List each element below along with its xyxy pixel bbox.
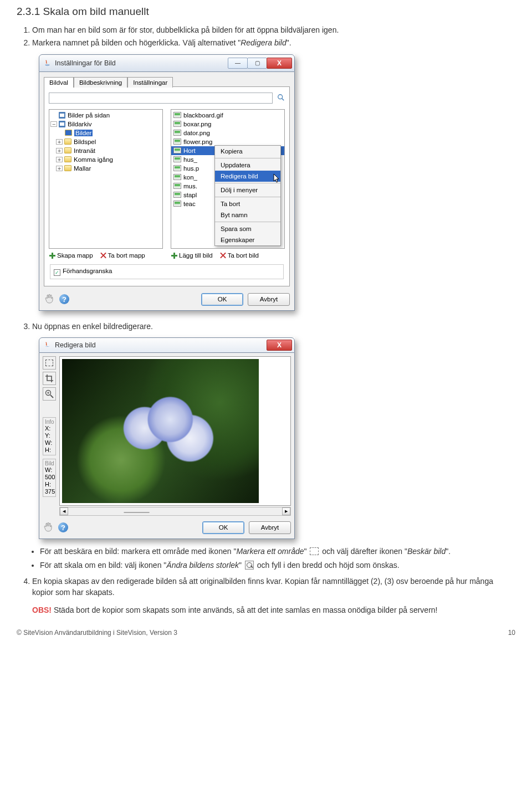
tree-item-intranat[interactable]: +Intranät xyxy=(49,146,162,155)
file-list[interactable]: blackboard.gif boxar.png dator.png flowe… xyxy=(171,109,285,249)
context-item-kopiera[interactable]: Kopiera xyxy=(215,146,280,157)
bild-label: Bild xyxy=(45,460,54,466)
tree-item-bildarkiv[interactable]: −Bildarkiv xyxy=(49,120,162,129)
tree-item-bilder-pa-sidan[interactable]: Bilder på sidan xyxy=(49,111,162,120)
tree-item-mallar[interactable]: +Mallar xyxy=(49,164,162,173)
search-icon[interactable] xyxy=(277,94,285,102)
step-3: Nu öppnas en enkel bildredigerare. xyxy=(32,321,515,332)
bullet-resize: För att skala om en bild: välj ikonen "Ä… xyxy=(40,560,515,571)
tree-item-komma-igang[interactable]: +Komma igång xyxy=(49,155,162,164)
dialog-titlebar[interactable]: Inställningar för Bild — ▢ X xyxy=(39,54,295,72)
folder-tree[interactable]: Bilder på sidan −Bildarkiv Bilder +Bilds… xyxy=(49,109,163,249)
context-item-dolj[interactable]: Dölj i menyer xyxy=(215,184,280,196)
bullet-text: ". xyxy=(446,547,451,556)
scroll-thumb[interactable] xyxy=(124,512,149,513)
select-area-tool[interactable] xyxy=(43,356,56,370)
ok-button[interactable]: OK xyxy=(202,521,244,534)
tree-label: Intranät xyxy=(74,147,95,154)
folder-icon xyxy=(64,165,71,171)
crop-tool[interactable] xyxy=(43,372,56,385)
bullet-em: Markera ett område xyxy=(236,547,304,556)
step-4: En kopia skapas av den redigerade bilden… xyxy=(32,576,515,598)
context-item-ta-bort[interactable]: Ta bort xyxy=(215,198,280,209)
java-icon xyxy=(43,59,52,67)
info-h: H: xyxy=(45,447,54,454)
resize-tool[interactable] xyxy=(43,387,56,401)
bild-h: H: 375 xyxy=(45,481,54,495)
bullet-crop: För att beskära en bild: markera ett omr… xyxy=(40,546,515,557)
minimize-button[interactable]: — xyxy=(228,58,248,69)
file-name: teac xyxy=(183,201,196,207)
help-icon[interactable]: ? xyxy=(59,294,69,304)
horizontal-scrollbar[interactable]: ◀ ▶ xyxy=(59,507,291,516)
folder-icon xyxy=(64,147,71,153)
svg-point-0 xyxy=(278,94,283,99)
footer-left: © SiteVision Användarutbildning i SiteVi… xyxy=(17,629,177,637)
svg-line-1 xyxy=(282,98,284,100)
file-item[interactable]: boxar.png xyxy=(171,120,284,129)
dialog2-titlebar[interactable]: Redigera bild X xyxy=(39,337,295,353)
context-item-spara-som[interactable]: Spara som xyxy=(215,223,280,234)
maximize-button[interactable]: ▢ xyxy=(247,58,267,69)
file-name: boxar.png xyxy=(183,121,212,127)
image-file-icon xyxy=(173,201,181,207)
delete-image-button[interactable]: Ta bort bild xyxy=(219,252,259,259)
image-settings-dialog: Inställningar för Bild — ▢ X Bildval Bil… xyxy=(39,54,295,311)
context-item-egenskaper[interactable]: Egenskaper xyxy=(215,234,280,245)
obs-paragraph: OBS! Städa bort de kopior som skapats so… xyxy=(17,606,515,614)
hand-icon[interactable] xyxy=(43,521,55,534)
ok-button[interactable]: OK xyxy=(201,293,243,306)
close-button[interactable]: X xyxy=(267,58,292,69)
database-icon xyxy=(59,121,65,127)
context-item-uppdatera[interactable]: Uppdatera xyxy=(215,160,280,171)
preview-row: ✓Förhandsgranska xyxy=(50,264,284,279)
context-item-byt-namn[interactable]: Byt namn xyxy=(215,209,280,220)
plus-icon xyxy=(171,252,177,259)
bullet-text: och fyll i den bredd och höjd som önskas… xyxy=(257,561,400,570)
tab-installningar[interactable]: Inställningar xyxy=(127,77,173,88)
bullet-text: och välj därefter ikonen " xyxy=(322,547,407,556)
tree-item-bilder[interactable]: Bilder xyxy=(49,129,162,137)
bild-box: Bild W: 500 H: 375 xyxy=(43,459,56,497)
context-menu: Kopiera Uppdatera Redigera bild Dölj i m… xyxy=(214,145,281,246)
add-image-button[interactable]: Lägg till bild xyxy=(171,252,213,259)
file-name: blackboard.gif xyxy=(183,112,223,119)
image-file-icon xyxy=(173,130,181,136)
create-folder-button[interactable]: Skapa mapp xyxy=(49,252,93,259)
close-button[interactable]: X xyxy=(267,340,292,351)
obs-label: OBS! xyxy=(32,606,52,614)
action-label: Skapa mapp xyxy=(57,252,93,259)
context-item-redigera-bild[interactable]: Redigera bild xyxy=(215,171,280,182)
tree-item-bildspel[interactable]: +Bildspel xyxy=(49,137,162,146)
preview-label: Förhandsgranska xyxy=(63,268,112,274)
folder-icon xyxy=(64,139,71,145)
scroll-left-button[interactable]: ◀ xyxy=(60,507,68,515)
section-heading: 2.3.1 Skala om bild manuellt xyxy=(17,6,515,18)
delete-folder-button[interactable]: Ta bort mapp xyxy=(100,252,145,259)
cancel-button[interactable]: Avbryt xyxy=(249,521,291,534)
tab-bildbeskrivning[interactable]: Bildbeskrivning xyxy=(74,77,127,88)
action-label: Ta bort mapp xyxy=(108,252,145,259)
image-file-icon xyxy=(173,139,181,145)
tab-bildval[interactable]: Bildval xyxy=(44,77,74,88)
search-input[interactable] xyxy=(49,93,273,104)
hand-icon[interactable] xyxy=(44,293,56,305)
folder-icon xyxy=(64,156,71,162)
cancel-button[interactable]: Avbryt xyxy=(248,293,290,306)
scroll-right-button[interactable]: ▶ xyxy=(282,507,290,515)
info-label: Info xyxy=(45,419,54,425)
file-name: dator.png xyxy=(183,130,210,136)
action-label: Ta bort bild xyxy=(228,252,259,259)
image-canvas[interactable] xyxy=(59,356,291,506)
selection-icon xyxy=(45,360,53,366)
preview-checkbox[interactable]: ✓ xyxy=(54,269,60,276)
bullets: För att beskära en bild: markera ett omr… xyxy=(17,546,515,571)
bullet-em: Beskär bild xyxy=(407,547,446,556)
doc-steps-3: En kopia skapas av den redigerade bilden… xyxy=(17,576,515,598)
footer-page-number: 10 xyxy=(508,629,515,637)
file-item[interactable]: dator.png xyxy=(171,129,284,137)
help-icon[interactable]: ? xyxy=(58,522,68,532)
bild-w: W: 500 xyxy=(45,466,54,481)
file-item[interactable]: blackboard.gif xyxy=(171,111,284,120)
magnifier-icon xyxy=(45,389,54,398)
